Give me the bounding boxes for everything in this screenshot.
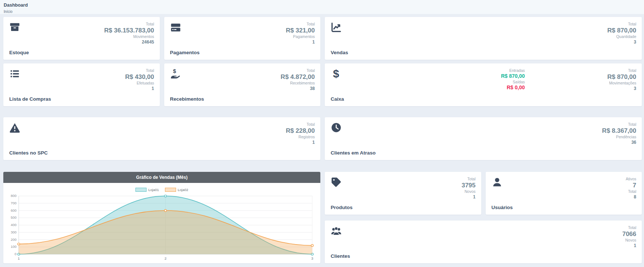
legend-item-loja02[interactable]: Loja02 <box>165 188 189 192</box>
stat-value: 8 <box>626 194 636 200</box>
stat-label: Entradas <box>501 68 525 73</box>
chart-title: Gráfico de Vendas (Mês) <box>3 172 320 183</box>
legend-swatch <box>165 188 176 192</box>
stat-label: Ativos <box>626 177 636 181</box>
stat-label: Total <box>286 122 315 127</box>
card-flow-stats: Entradas R$ 870,00 Saídas R$ 0,00 <box>501 68 525 102</box>
stat-label: Recebimentos <box>280 81 315 86</box>
stat-label: Movimentações <box>525 81 636 86</box>
stat-value: R$ 4.872,00 <box>280 73 315 81</box>
stat-label: Registros <box>286 135 315 139</box>
stat-label: Total <box>280 68 315 73</box>
stat-value: R$ 8.367,00 <box>602 127 636 135</box>
dollar-icon: $ <box>331 68 342 79</box>
stat-value: 7 <box>626 181 636 189</box>
card-stats: Total R$ 228,00 Registros 1 <box>286 122 315 156</box>
svg-text:2: 2 <box>165 257 167 261</box>
card-lista-de-compras: Lista de Compras Total R$ 430,00 Efetuad… <box>3 63 160 106</box>
clock-icon <box>331 122 342 133</box>
svg-text:1: 1 <box>18 257 20 261</box>
stat-value: 1 <box>622 243 636 249</box>
breadcrumb-inicio[interactable]: Início <box>4 10 13 14</box>
stat-label: Novos <box>622 238 636 243</box>
card-clientes: Clientes Total 7066 Novos 1 <box>325 221 642 263</box>
legend-item-loja01[interactable]: Loja01 <box>135 188 159 192</box>
card-stats: Total R$ 430,00 Efetuadas 1 <box>125 68 154 102</box>
stat-label: Total <box>622 225 636 230</box>
card-title: Clientes no SPC <box>9 150 48 156</box>
stat-value: 1 <box>462 194 476 200</box>
stat-label: Total <box>125 68 154 73</box>
card-clientes-no-spc: Clientes no SPC Total R$ 228,00 Registro… <box>3 117 320 160</box>
stat-value: 38 <box>280 86 315 91</box>
card-stats: Total R$ 8.367,00 Pendências 36 <box>602 122 636 156</box>
svg-text:600: 600 <box>11 209 17 212</box>
svg-text:0: 0 <box>15 252 17 256</box>
credit-card-icon <box>170 22 181 33</box>
card-stats: Total R$ 321,00 Pagamentos 1 <box>286 22 315 55</box>
card-title: Produtos <box>331 205 352 210</box>
stat-value: R$ 870,00 <box>525 73 636 81</box>
warning-icon <box>9 122 20 133</box>
card-stats: Total 3795 Novos 1 <box>462 177 476 210</box>
stat-label: Quantidade <box>607 34 636 39</box>
hand-dollar-icon: $ <box>170 68 181 79</box>
card-title: Vendas <box>331 50 348 55</box>
stat-value: 3795 <box>462 181 476 189</box>
stats-grid-top: Estoque Total R$ 36.153.783,00 Movimento… <box>3 17 642 106</box>
stat-value: R$ 870,00 <box>607 27 636 34</box>
sales-area-chart: 0100200300400500600700800123 <box>6 193 317 262</box>
stat-value: R$ 321,00 <box>286 27 315 34</box>
card-title: Estoque <box>9 50 29 55</box>
stat-label: Efetuadas <box>125 81 154 86</box>
stat-label: Total <box>525 68 636 73</box>
svg-text:$: $ <box>333 68 339 79</box>
card-stats: Total R$ 870,00 Movimentações 3 <box>525 68 636 102</box>
stat-value: 24645 <box>104 39 154 45</box>
stat-label: Pendências <box>602 135 636 139</box>
stat-value-saidas: R$ 0,00 <box>501 84 525 91</box>
chart-legend: Loja01Loja02 <box>3 188 320 192</box>
stat-label: Saídas <box>501 80 525 84</box>
list-icon <box>9 68 20 79</box>
users-icon <box>331 225 342 236</box>
stat-value: 3 <box>525 86 636 91</box>
page-title: Dashboard <box>4 3 644 8</box>
card-caixa: $ Caixa Entradas R$ 870,00 Saídas R$ 0,0… <box>325 63 642 106</box>
stat-value: 7066 <box>622 230 636 238</box>
card-pagamentos: Pagamentos Total R$ 321,00 Pagamentos 1 <box>164 17 321 60</box>
stat-value: 36 <box>602 140 636 145</box>
card-title: Clientes <box>331 253 350 259</box>
svg-text:200: 200 <box>11 238 17 242</box>
stat-label: Pagamentos <box>286 34 315 39</box>
dashboard-content: Estoque Total R$ 36.153.783,00 Movimento… <box>0 14 644 263</box>
card-stats: Total 7066 Novos 1 <box>622 225 636 259</box>
chart-line-icon <box>331 22 342 33</box>
card-usuarios: Usuários Ativos 7 Total 8 <box>486 172 642 215</box>
svg-text:700: 700 <box>11 201 17 205</box>
sales-chart-card: Gráfico de Vendas (Mês) Loja01Loja02 010… <box>3 172 320 263</box>
card-vendas: Vendas Total R$ 870,00 Quantidade 3 <box>325 17 642 60</box>
stat-value: R$ 36.153.783,00 <box>104 27 154 34</box>
stats-grid-bottom: Produtos Total 3795 Novos 1 Usuários Ati… <box>3 172 642 263</box>
card-stats: Total R$ 36.153.783,00 Movimentos 24645 <box>104 22 154 55</box>
card-clientes-em-atraso: Clientes em Atraso Total R$ 8.367,00 Pen… <box>325 117 642 160</box>
card-stats: Ativos 7 Total 8 <box>626 177 636 210</box>
stats-grid-middle: Clientes no SPC Total R$ 228,00 Registro… <box>3 117 642 160</box>
stat-label: Total <box>286 22 315 27</box>
svg-text:400: 400 <box>11 223 17 227</box>
card-stats: Total R$ 4.872,00 Recebimentos 38 <box>280 68 315 102</box>
stat-label: Total <box>626 189 636 194</box>
box-icon <box>9 22 20 33</box>
stat-value: 3 <box>607 39 636 45</box>
card-produtos: Produtos Total 3795 Novos 1 <box>325 172 481 215</box>
card-title: Lista de Compras <box>9 96 51 102</box>
svg-text:500: 500 <box>11 216 17 220</box>
legend-swatch <box>135 188 147 192</box>
svg-text:3: 3 <box>311 257 313 261</box>
stat-label: Total <box>104 22 154 27</box>
stat-label: Novos <box>462 189 476 194</box>
card-title: Caixa <box>331 96 344 102</box>
stat-value: 1 <box>286 39 315 45</box>
stat-value: R$ 228,00 <box>286 127 315 135</box>
